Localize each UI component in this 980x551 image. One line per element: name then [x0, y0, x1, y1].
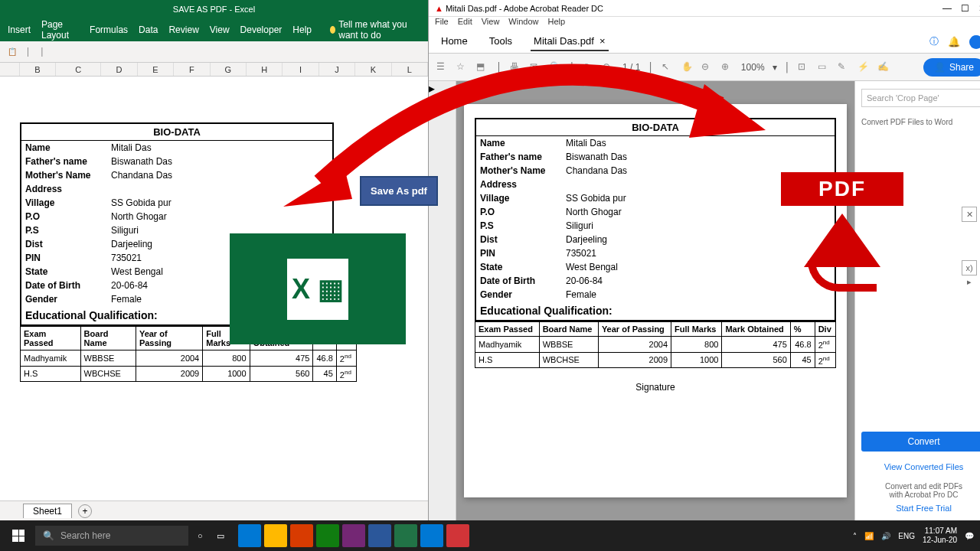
page-up-icon[interactable]: ⊙: [583, 61, 595, 73]
maximize-icon[interactable]: ☐: [961, 3, 969, 14]
ribbon-tab[interactable]: Formulas: [90, 24, 128, 35]
zoom-out-icon[interactable]: ⊖: [701, 61, 714, 73]
bulb-icon: [330, 26, 335, 34]
promo-text: Convert and edit PDFs with Acrobat Pro D…: [861, 482, 980, 513]
trial-link[interactable]: Start Free Trial: [861, 504, 980, 513]
acrobat-titlebar: ▲ Mitali Das.pdf - Adobe Acrobat Reader …: [429, 0, 980, 17]
taskbar-search[interactable]: 🔍 Search here: [35, 526, 188, 546]
store-icon[interactable]: [290, 524, 313, 547]
page-indicator: 1 / 1: [622, 62, 640, 73]
zoom-in-icon[interactable]: ⊕: [721, 61, 733, 73]
sheet-tab[interactable]: Sheet1: [23, 504, 72, 518]
star-icon[interactable]: ☆: [456, 61, 469, 73]
windows-taskbar: 🔍 Search here ○ ▭ ˄ 📶 🔊 ENG 11:07 AM 12-…: [0, 520, 980, 551]
fit-icon[interactable]: ⊡: [798, 61, 810, 73]
acrobat-tabs: Home Tools Mitali Das.pdf × ⓘ 🔔: [429, 31, 980, 54]
notifications-icon[interactable]: 💬: [965, 532, 974, 540]
pdf-label: PDF: [781, 172, 903, 206]
chrome-icon[interactable]: [420, 524, 443, 547]
print-icon[interactable]: 🖶: [510, 61, 522, 73]
signature-label: Signature: [475, 382, 836, 393]
view-icon[interactable]: ▭: [818, 61, 830, 73]
acrobat-app-icon[interactable]: [446, 524, 469, 547]
convert-button[interactable]: Convert: [861, 432, 980, 452]
volume-icon[interactable]: 🔊: [881, 532, 890, 540]
acrobat-menubar: File Edit View Window Help: [429, 17, 980, 31]
quick-access-toolbar: 📋 ││: [0, 41, 428, 63]
tab-document[interactable]: Mitali Das.pdf ×: [531, 32, 609, 51]
excel-ribbon: Insert Page Layout Formulas Data Review …: [0, 18, 428, 41]
ribbon-tab[interactable]: Help: [292, 24, 312, 35]
taskview-icon[interactable]: ▭: [212, 531, 229, 541]
acrobat-toolbar: ☰ ☆ ⬒ │ 🖶 ✉ 🔍 │ ⊙ ⊙ 1 / 1 │ ↖ ✋ ⊖ ⊕ 100%…: [429, 54, 980, 81]
language-indicator[interactable]: ENG: [898, 532, 915, 540]
tray-chevron-icon[interactable]: ˄: [853, 532, 857, 540]
menu-help[interactable]: Help: [547, 17, 565, 31]
ribbon-tab[interactable]: Data: [139, 24, 158, 35]
paste-icon[interactable]: 📋: [8, 47, 17, 56]
bell-icon[interactable]: 🔔: [948, 36, 960, 47]
adobe-pdf-icon: [804, 214, 880, 305]
view-files-link[interactable]: View Converted Files: [861, 462, 980, 471]
vscode-icon[interactable]: [342, 524, 365, 547]
word-icon[interactable]: [368, 524, 391, 547]
cortana-icon[interactable]: ○: [193, 531, 207, 540]
clock[interactable]: 11:07 AM 12-Jun-20: [923, 527, 957, 545]
share-button[interactable]: 👤 Share: [923, 58, 980, 77]
pdf-badge: PDF: [781, 172, 903, 313]
excel-app-icon[interactable]: [394, 524, 417, 547]
page-down-icon[interactable]: ⊙: [603, 61, 615, 73]
edit-icon[interactable]: ✎: [838, 61, 850, 73]
excel-logo-icon: X ▦: [230, 233, 406, 344]
start-button[interactable]: [6, 523, 31, 548]
wifi-icon[interactable]: 📶: [864, 532, 874, 540]
minimize-icon[interactable]: —: [942, 3, 952, 14]
ribbon-tab[interactable]: View: [210, 24, 230, 35]
zoom-level[interactable]: 100%: [741, 62, 765, 73]
mail-app-icon[interactable]: [316, 524, 339, 547]
highlight-icon[interactable]: ⚡: [858, 61, 870, 73]
cloud-icon[interactable]: ⬒: [476, 61, 488, 73]
mail-icon[interactable]: ✉: [530, 61, 542, 73]
sheet-tabs: Sheet1 +: [0, 500, 428, 520]
sign-icon[interactable]: ✍: [877, 61, 890, 73]
menu-edit[interactable]: Edit: [458, 17, 472, 31]
expand-panel-icon[interactable]: x) ▸: [962, 260, 977, 276]
menu-window[interactable]: Window: [508, 17, 538, 31]
sidebar-icon[interactable]: ☰: [436, 61, 449, 73]
explorer-icon[interactable]: [264, 524, 287, 547]
edge-icon[interactable]: [238, 524, 261, 547]
tab-tools[interactable]: Tools: [486, 32, 515, 51]
biodata-title: BIO-DATA: [21, 124, 332, 141]
search-icon[interactable]: 🔍: [550, 61, 562, 73]
menu-view[interactable]: View: [482, 17, 500, 31]
ribbon-tab[interactable]: Review: [168, 24, 198, 35]
hand-icon[interactable]: ✋: [681, 61, 694, 73]
tell-me-search[interactable]: Tell me what you want to do: [330, 19, 420, 41]
menu-file[interactable]: File: [435, 17, 449, 31]
convert-heading: Convert PDF Files to Word: [861, 118, 980, 126]
ribbon-tab[interactable]: Developer: [240, 24, 283, 35]
ribbon-tab[interactable]: Insert: [8, 24, 31, 35]
close-panel-icon[interactable]: ✕: [962, 207, 977, 222]
acrobat-title: ▲ Mitali Das.pdf - Adobe Acrobat Reader …: [435, 4, 603, 13]
pointer-icon[interactable]: ↖: [662, 61, 674, 73]
add-sheet-button[interactable]: +: [78, 504, 92, 518]
save-as-pdf-button[interactable]: Save As pdf: [360, 176, 438, 206]
excel-title: SAVE AS PDF - Excel: [0, 0, 428, 18]
acrobat-left-rail[interactable]: ▸: [429, 81, 456, 520]
avatar-icon[interactable]: [969, 35, 980, 49]
tab-home[interactable]: Home: [438, 32, 471, 51]
ribbon-tab[interactable]: Page Layout: [41, 19, 79, 41]
column-headers: B C D E F G H I J K L: [0, 63, 428, 77]
tools-search-input[interactable]: Search 'Crop Page': [861, 89, 980, 107]
signin-link[interactable]: ⓘ: [929, 35, 939, 48]
